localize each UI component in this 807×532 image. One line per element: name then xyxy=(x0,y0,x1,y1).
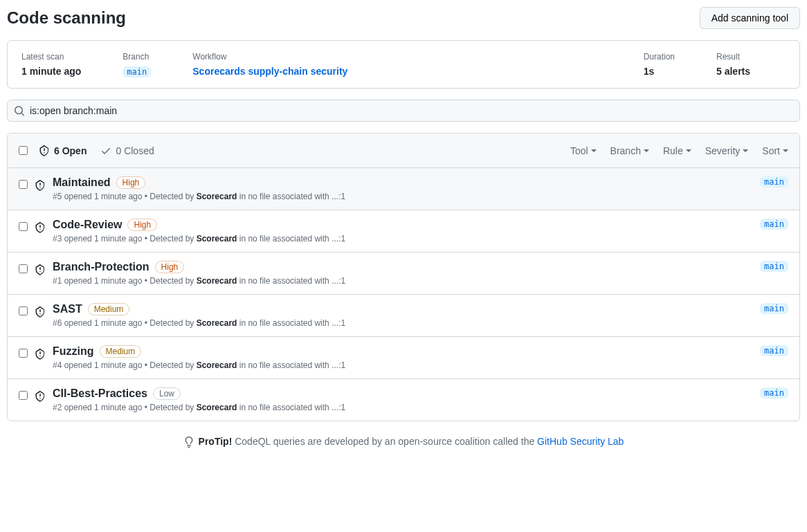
list-header-right: Tool Branch Rule Severity Sort xyxy=(570,145,788,156)
duration-label: Duration xyxy=(644,52,675,62)
filter-tool[interactable]: Tool xyxy=(570,145,597,156)
alert-checkbox[interactable] xyxy=(19,264,28,273)
caret-down-icon xyxy=(783,149,788,152)
alert-checkbox[interactable] xyxy=(19,391,28,400)
alert-right: main xyxy=(760,176,788,187)
shield-icon xyxy=(35,178,46,190)
alert-row[interactable]: Fuzzing Medium #4 opened 1 minute ago • … xyxy=(8,337,799,379)
page-header: Code scanning Add scanning tool xyxy=(7,7,800,29)
alert-content: Fuzzing Medium #4 opened 1 minute ago • … xyxy=(53,345,753,370)
alert-row[interactable]: Maintained High #5 opened 1 minute ago •… xyxy=(8,168,799,210)
protip-label: ProTip! xyxy=(199,436,233,447)
alert-title-row: Fuzzing Medium xyxy=(53,345,753,358)
result-label: Result xyxy=(716,52,786,62)
check-icon xyxy=(100,145,111,156)
alert-content: SAST Medium #6 opened 1 minute ago • Det… xyxy=(53,303,753,328)
alert-title[interactable]: Code-Review xyxy=(53,219,122,231)
workflow-label: Workflow xyxy=(192,52,601,62)
shield-icon xyxy=(35,263,46,275)
alert-row[interactable]: SAST Medium #6 opened 1 minute ago • Det… xyxy=(8,295,799,337)
alert-content: Maintained High #5 opened 1 minute ago •… xyxy=(53,176,753,201)
add-scanning-tool-button[interactable]: Add scanning tool xyxy=(700,7,800,29)
caret-down-icon xyxy=(686,149,691,152)
open-tab-label: 6 Open xyxy=(54,145,87,156)
alert-right: main xyxy=(760,387,788,398)
filter-rule[interactable]: Rule xyxy=(663,145,691,156)
severity-badge: High xyxy=(116,176,146,189)
alert-title[interactable]: Maintained xyxy=(53,176,111,189)
alerts-list: 6 Open 0 Closed Tool Branch Rule Severit… xyxy=(7,133,800,421)
summary-workflow: Workflow Scorecards supply-chain securit… xyxy=(192,52,601,77)
shield-alert-icon xyxy=(39,145,50,156)
severity-badge: Low xyxy=(153,387,181,400)
alert-branch-badge[interactable]: main xyxy=(760,219,788,230)
protip-link[interactable]: GitHub Security Lab xyxy=(537,436,624,447)
alert-right: main xyxy=(760,303,788,314)
alert-row[interactable]: Branch-Protection High #1 opened 1 minut… xyxy=(8,253,799,295)
severity-badge: Medium xyxy=(100,345,142,358)
alert-title-row: Code-Review High xyxy=(53,219,753,231)
severity-badge: Medium xyxy=(88,303,130,315)
alert-content: CII-Best-Practices Low #2 opened 1 minut… xyxy=(53,387,753,412)
alert-checkbox[interactable] xyxy=(19,349,28,358)
alert-title[interactable]: Branch-Protection xyxy=(53,261,149,273)
result-value: 5 alerts xyxy=(716,66,786,77)
severity-badge: High xyxy=(127,219,157,231)
alert-title-row: Branch-Protection High xyxy=(53,261,753,273)
search-container xyxy=(7,100,800,122)
alert-title[interactable]: SAST xyxy=(53,303,82,315)
alert-branch-badge[interactable]: main xyxy=(760,176,788,187)
duration-value: 1s xyxy=(644,66,675,77)
select-all-checkbox[interactable] xyxy=(19,146,28,155)
severity-badge: High xyxy=(155,261,185,273)
shield-icon xyxy=(35,305,46,317)
filter-branch[interactable]: Branch xyxy=(610,145,649,156)
closed-tab[interactable]: 0 Closed xyxy=(98,145,156,156)
list-header: 6 Open 0 Closed Tool Branch Rule Severit… xyxy=(8,134,799,168)
alert-meta: #3 opened 1 minute ago • Detected by Sco… xyxy=(53,234,753,244)
alert-meta: #1 opened 1 minute ago • Detected by Sco… xyxy=(53,276,753,286)
alert-row[interactable]: Code-Review High #3 opened 1 minute ago … xyxy=(8,210,799,253)
page-title: Code scanning xyxy=(7,8,126,28)
alert-branch-badge[interactable]: main xyxy=(760,261,788,272)
filter-severity[interactable]: Severity xyxy=(705,145,749,156)
alert-checkbox[interactable] xyxy=(19,180,28,189)
latest-scan-label: Latest scan xyxy=(21,52,81,62)
alert-title[interactable]: CII-Best-Practices xyxy=(53,387,147,400)
shield-icon xyxy=(35,221,46,232)
scan-summary: Latest scan 1 minute ago Branch main Wor… xyxy=(7,40,800,89)
summary-latest-scan: Latest scan 1 minute ago xyxy=(21,52,81,77)
lightbulb-icon xyxy=(183,435,194,447)
alert-title-row: SAST Medium xyxy=(53,303,753,315)
branch-value-badge[interactable]: main xyxy=(123,66,151,77)
alert-title-row: Maintained High xyxy=(53,176,753,189)
summary-result: Result 5 alerts xyxy=(716,52,786,77)
alert-branch-badge[interactable]: main xyxy=(760,387,788,398)
alert-meta: #6 opened 1 minute ago • Detected by Sco… xyxy=(53,318,753,328)
search-icon xyxy=(14,104,25,116)
caret-down-icon xyxy=(644,149,649,152)
caret-down-icon xyxy=(591,149,597,152)
alert-right: main xyxy=(760,261,788,272)
alert-checkbox[interactable] xyxy=(19,306,28,315)
protip: ProTip! CodeQL queries are developed by … xyxy=(7,435,800,447)
alert-checkbox[interactable] xyxy=(19,222,28,231)
workflow-link[interactable]: Scorecards supply-chain security xyxy=(192,66,601,77)
closed-tab-label: 0 Closed xyxy=(116,145,154,156)
alert-row[interactable]: CII-Best-Practices Low #2 opened 1 minut… xyxy=(8,379,799,421)
alert-title[interactable]: Fuzzing xyxy=(53,345,94,358)
summary-duration: Duration 1s xyxy=(644,52,675,77)
shield-icon xyxy=(35,389,46,401)
branch-label: Branch xyxy=(123,52,151,62)
alert-right: main xyxy=(760,219,788,230)
open-tab[interactable]: 6 Open xyxy=(36,145,89,156)
alert-right: main xyxy=(760,345,788,356)
latest-scan-value: 1 minute ago xyxy=(21,66,81,77)
search-input[interactable] xyxy=(7,100,800,122)
alert-branch-badge[interactable]: main xyxy=(760,345,788,356)
filter-sort[interactable]: Sort xyxy=(762,145,788,156)
alert-content: Code-Review High #3 opened 1 minute ago … xyxy=(53,219,753,244)
shield-icon xyxy=(35,347,46,359)
alert-branch-badge[interactable]: main xyxy=(760,303,788,314)
protip-text: CodeQL queries are developed by an open-… xyxy=(232,436,537,447)
